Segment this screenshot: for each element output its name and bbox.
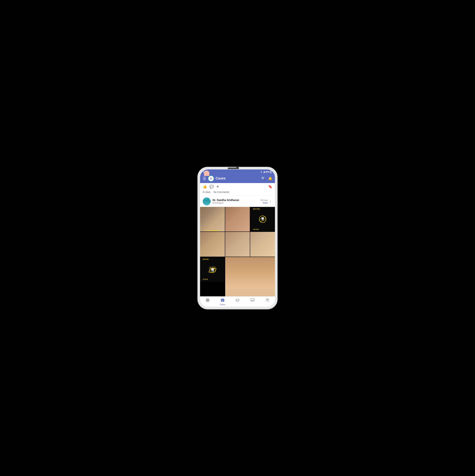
post-type-1: Case <box>263 202 268 204</box>
svg-rect-15 <box>222 301 223 301</box>
cases-label: Cases <box>220 304 225 306</box>
share-icon[interactable]: ✈ <box>216 185 219 189</box>
author-meta-1: 24d ago Case <box>260 199 268 204</box>
nav-cases[interactable]: Cases <box>218 298 227 306</box>
signal-icon: ▼ <box>260 171 262 173</box>
like-icon[interactable]: 👍 <box>203 185 207 189</box>
image-grid-row3: → BEFORE 🦷 DR. ARUN'S DENTAPLANET <box>200 257 275 296</box>
page-title: Cases <box>216 176 261 180</box>
cases-svg <box>221 298 225 302</box>
community-svg <box>265 298 270 302</box>
brand-logo-mini-svg: 🦷 <box>259 215 266 223</box>
post-card-1: 👍 💬 ✈ 🔖 8 Likes No Comments <box>200 183 275 296</box>
case-images-1: DR. ARUN'S DENTAPLANET ← BEFORE <box>200 207 275 296</box>
hamburger-icon[interactable]: ☰ <box>203 176 206 181</box>
bell-icon[interactable]: 🔔 <box>268 176 272 181</box>
nav-action-icons: 🔍 🔔 <box>261 176 272 181</box>
svg-text:DENTAPLANET: DENTAPLANET <box>209 268 216 269</box>
svg-text:🦷: 🦷 <box>261 217 265 221</box>
logo-text: D <box>210 177 212 180</box>
stats-row-top: 8 Likes No Comments <box>200 190 275 195</box>
more-options-icon-1[interactable]: ⋮ <box>269 199 272 204</box>
phone-screen: 2:21 ▼ ◢ 80% ▌ ☰ D Cases 🔍 🔔 <box>200 170 275 307</box>
nav-bar: ☰ D Cases 🔍 🔔 <box>200 174 275 183</box>
svg-marker-16 <box>236 299 239 301</box>
svg-point-19 <box>266 299 267 300</box>
avatar-1 <box>203 197 211 205</box>
case-img-4 <box>200 232 225 257</box>
case-img-before-after: ← BEFORE 🦷 <box>250 207 275 232</box>
author-row-1: Dr. Swetha Sridharan Consultant 24d ago … <box>200 195 275 207</box>
bookmark-icon[interactable]: 🔖 <box>268 185 272 189</box>
inbox-svg <box>250 298 254 302</box>
svg-point-20 <box>268 299 269 300</box>
avatar-placeholder-1 <box>203 197 211 205</box>
status-icons: ▼ ◢ 80% ▌ <box>260 170 272 173</box>
nav-learn[interactable] <box>233 298 242 306</box>
svg-point-8 <box>207 300 208 301</box>
likes-count[interactable]: 8 Likes <box>203 191 210 193</box>
comments-count[interactable]: No Comments <box>214 191 229 193</box>
image-grid-row2 <box>200 232 275 257</box>
case-img-6 <box>250 232 275 257</box>
post-time-1: 24d ago <box>260 199 268 201</box>
case-img-arch: DR. ARUN'S DENTAPLANET <box>225 257 275 296</box>
author-name-1: Dr. Swetha Sridharan <box>213 199 260 202</box>
case-img-2 <box>225 207 250 232</box>
brand-logo-svg: 🦷 DR. ARUN'S DENTAPLANET <box>208 265 217 274</box>
status-bar: 2:21 ▼ ◢ 80% ▌ <box>200 170 275 174</box>
case-img-1: DR. ARUN'S DENTAPLANET <box>200 207 225 232</box>
network-icon: ◢ <box>263 170 265 173</box>
explore-icon <box>205 298 210 303</box>
learn-icon <box>236 298 239 303</box>
battery-label: 80% <box>266 171 270 173</box>
action-row-top: 👍 💬 ✈ 🔖 <box>200 183 275 190</box>
inbox-icon <box>250 298 254 303</box>
comment-icon[interactable]: 💬 <box>209 185 214 189</box>
learn-svg <box>236 298 239 302</box>
battery-icon: ▌ <box>271 171 272 173</box>
app-logo: D <box>208 175 214 182</box>
nav-community[interactable] <box>263 298 272 306</box>
nav-inbox[interactable] <box>248 298 257 306</box>
case-img-5 <box>225 232 250 257</box>
search-icon[interactable]: 🔍 <box>261 176 266 181</box>
author-role-1: Consultant <box>213 202 260 204</box>
community-icon <box>265 298 270 303</box>
case-img-logo: → BEFORE 🦷 DR. ARUN'S DENTAPLANET <box>200 257 225 282</box>
phone-frame: 2:21 ▼ ◢ 80% ▌ ☰ D Cases 🔍 🔔 <box>198 167 277 309</box>
speaker-top <box>228 168 239 169</box>
content-area: 👍 💬 ✈ 🔖 8 Likes No Comments <box>200 183 275 296</box>
svg-rect-13 <box>222 299 223 299</box>
bottom-nav: Cases <box>200 296 275 307</box>
image-grid-row1: DR. ARUN'S DENTAPLANET ← BEFORE <box>200 207 275 232</box>
cases-icon <box>221 298 225 303</box>
explore-svg <box>205 298 210 302</box>
nav-explore[interactable] <box>203 298 212 306</box>
svg-rect-14 <box>222 300 223 300</box>
author-info-1: Dr. Swetha Sridharan Consultant <box>213 199 260 204</box>
